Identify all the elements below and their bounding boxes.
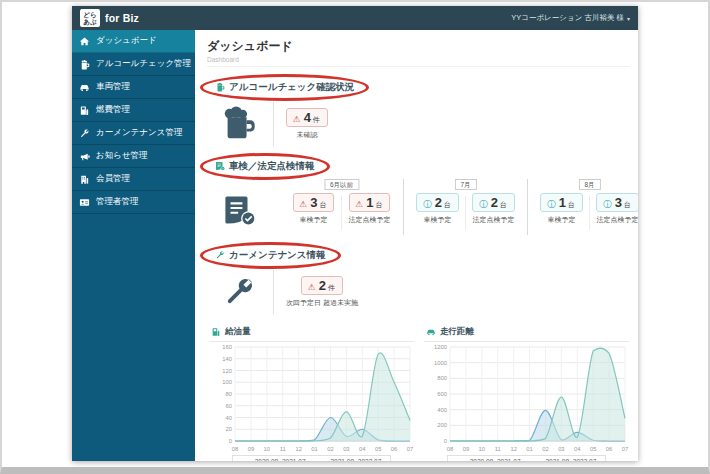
sidebar-item-label: ダッシュボード	[96, 35, 157, 47]
sidebar-item-notices[interactable]: お知らせ管理	[72, 145, 195, 168]
svg-text:12: 12	[510, 446, 516, 452]
stat-count: 3	[615, 196, 622, 209]
stat-unit: 台	[444, 201, 451, 209]
svg-text:03: 03	[343, 446, 349, 452]
svg-text:09: 09	[248, 446, 254, 452]
svg-text:1000: 1000	[434, 360, 447, 366]
maintenance-stat-row: ⚠ 2 件 次回予定日 超過未実施	[217, 270, 630, 314]
alcohol-section-heading: アルコールチェック確認状況	[213, 80, 356, 95]
svg-text:10: 10	[264, 446, 270, 452]
info-icon: ⓘ	[603, 199, 612, 209]
inspection-stat-row: 6月以前 ⚠ 3 台 車検予定 ⚠ 1 台 法定点検予定 7月 ⓘ 2	[217, 179, 630, 235]
page-subtitle: Dashboard	[207, 56, 630, 67]
sidebar-item-label: 会員管理	[96, 173, 130, 185]
svg-text:80: 80	[226, 391, 232, 397]
svg-text:12: 12	[295, 446, 301, 452]
month-label: 6月以前	[324, 179, 359, 190]
maintenance-count: 2	[319, 279, 326, 292]
svg-text:03: 03	[558, 446, 564, 452]
svg-text:1200: 1200	[434, 344, 447, 350]
sidebar-item-dashboard[interactable]: ダッシュボード	[72, 30, 195, 53]
info-icon: ⓘ	[479, 199, 488, 209]
stat-caption: 車検予定	[424, 215, 452, 225]
info-badge: ⓘ 2 台	[472, 193, 515, 212]
charts-row: 給油量 020406080100120140160080910111201020…	[209, 326, 630, 461]
car-icon	[426, 327, 436, 337]
legend-swatch	[533, 461, 543, 462]
alcohol-section-heading-row: アルコールチェック確認状況	[213, 78, 630, 94]
svg-text:20: 20	[226, 426, 232, 432]
app-body: ダッシュボードアルコールチェック管理車両管理燃費管理カーメンテナンス管理お知らせ…	[72, 30, 638, 461]
wrench-icon	[215, 250, 225, 260]
legend-label: 2020.08~2021.07	[470, 458, 521, 461]
svg-text:05: 05	[590, 446, 596, 452]
fuel-icon	[79, 105, 90, 116]
svg-text:0: 0	[229, 438, 232, 444]
wrench-big-icon	[217, 274, 261, 310]
svg-text:02: 02	[327, 446, 333, 452]
divider	[273, 102, 274, 146]
svg-text:600: 600	[437, 391, 447, 397]
stat-count: 2	[435, 196, 442, 209]
sidebar-item-vehicles[interactable]: 車両管理	[72, 76, 195, 99]
legend-swatch	[242, 461, 252, 462]
svg-text:08: 08	[447, 446, 453, 452]
legend-item: 2020.08~2021.07	[457, 458, 521, 461]
inspection-stat: ⚠ 3 台 車検予定	[286, 193, 341, 225]
chart-fuel-volume: 給油量 020406080100120140160080910111201020…	[209, 326, 414, 461]
brand-text: for Biz	[105, 12, 139, 24]
svg-text:04: 04	[574, 446, 581, 452]
chart-header: 走行距離	[424, 326, 629, 342]
chart-title: 走行距離	[440, 326, 474, 338]
svg-text:10: 10	[479, 446, 485, 452]
stat-caption: 法定点検予定	[597, 215, 639, 225]
info-badge: ⓘ 2 台	[416, 193, 459, 212]
sidebar-item-car-maintenance[interactable]: カーメンテナンス管理	[72, 122, 195, 145]
inspection-section-heading: 車検／法定点検情報	[213, 159, 317, 174]
user-menu[interactable]: YYコーポレーション 古川裕美 様 ▾	[511, 13, 630, 23]
svg-text:60: 60	[226, 403, 232, 409]
maintenance-heading-label: カーメンテナンス情報	[229, 249, 326, 262]
stat-caption: 車検予定	[548, 215, 576, 225]
svg-text:800: 800	[437, 375, 447, 381]
svg-text:07: 07	[407, 446, 413, 452]
stat-unit: 台	[500, 201, 507, 209]
legend-label: 2021.08~2022.07	[331, 458, 382, 461]
inspection-stat: ⓘ 1 台 車検予定	[534, 193, 589, 225]
stat-caption: 法定点検予定	[473, 215, 515, 225]
svg-text:40: 40	[226, 415, 232, 421]
beer-icon	[215, 82, 225, 92]
svg-text:01: 01	[526, 446, 532, 452]
svg-text:07: 07	[622, 446, 628, 452]
stat-count: 2	[491, 196, 498, 209]
stat-unit: 台	[375, 201, 382, 209]
sidebar-item-label: 燃費管理	[96, 104, 130, 116]
chart-plot: 0200400600800100012000809101112010203040…	[424, 342, 629, 454]
info-badge: ⓘ 3 台	[596, 193, 638, 212]
page-title: ダッシュボード	[207, 38, 630, 55]
wrench-icon	[79, 128, 90, 139]
app-logo[interactable]: どら あぷ for Biz	[80, 9, 139, 27]
stat-count: 3	[310, 196, 317, 209]
legend-item: 2021.08~2022.07	[533, 458, 597, 461]
svg-text:200: 200	[437, 422, 447, 428]
inspection-stat: ⓘ 2 台 法定点検予定	[466, 193, 521, 225]
sidebar-item-members[interactable]: 会員管理	[72, 168, 195, 191]
sidebar-item-fuel[interactable]: 燃費管理	[72, 99, 195, 122]
month-label: 7月	[454, 179, 476, 190]
inspection-stat: ⚠ 1 台 法定点検予定	[342, 193, 397, 225]
svg-text:400: 400	[437, 407, 447, 413]
beer-mug-icon	[217, 105, 261, 143]
warning-icon: ⚠	[293, 114, 301, 124]
building-icon	[79, 174, 90, 185]
inspection-groups: 6月以前 ⚠ 3 台 車検予定 ⚠ 1 台 法定点検予定 7月 ⓘ 2	[283, 179, 638, 235]
sidebar-item-alcohol-check[interactable]: アルコールチェック管理	[72, 53, 195, 76]
alcohol-count: 4	[304, 111, 311, 124]
sidebar-item-label: カーメンテナンス管理	[96, 127, 182, 139]
svg-text:140: 140	[222, 356, 232, 362]
sidebar-item-admins[interactable]: 管理者管理	[72, 191, 195, 214]
inspection-group-2: 8月 ⓘ 1 台 車検予定 ⓘ 3 台 法定点検予定	[531, 179, 638, 230]
legend-swatch	[318, 461, 328, 462]
clipboard-check-icon	[215, 161, 225, 171]
svg-text:08: 08	[232, 446, 238, 452]
